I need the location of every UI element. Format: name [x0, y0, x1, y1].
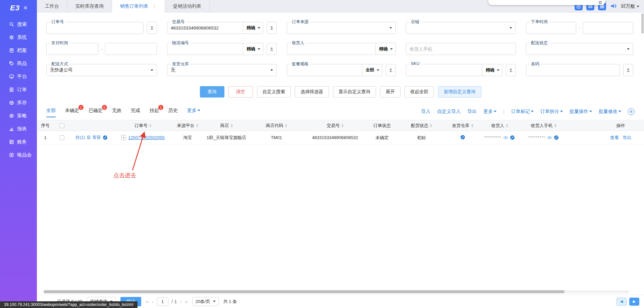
pay-time-end-input[interactable] — [105, 43, 157, 55]
blocked-icon[interactable] — [510, 135, 515, 140]
status-tab-history[interactable]: 历史 — [168, 108, 178, 117]
sort-icon[interactable] — [341, 124, 343, 127]
sidebar-item-goods[interactable]: 商品 — [0, 57, 37, 70]
collapse-all-button[interactable]: 收起全部 — [405, 86, 434, 98]
custom-search-button[interactable]: 自定义搜索 — [257, 86, 291, 98]
tab-workbench[interactable]: 工作台 — [37, 0, 67, 13]
order-time-end-input[interactable] — [583, 22, 633, 34]
header-consignee[interactable]: 收货人 — [478, 120, 521, 131]
sort-icon[interactable] — [231, 124, 233, 127]
export-link[interactable]: 导出 — [467, 109, 477, 115]
status-tab-all[interactable]: 全部 — [46, 108, 56, 117]
sort-icon[interactable] — [554, 124, 556, 127]
header-warehouse[interactable]: 发货仓库 — [447, 120, 478, 131]
reveal-eye-icon[interactable] — [503, 135, 508, 140]
delivery-status-select[interactable]: 配送状态 — [526, 43, 633, 55]
tag-suspended[interactable]: 挂(1) — [75, 135, 85, 140]
sidebar-item-finance[interactable]: 账务 — [0, 135, 37, 148]
column-settings-icon[interactable] — [628, 108, 635, 115]
user-menu[interactable]: 邱万般 — [621, 3, 639, 9]
popup-circle-icon[interactable] — [599, 1, 602, 4]
current-page-input[interactable]: 1 — [157, 297, 168, 306]
delivery-method-select[interactable]: 配送方式 无快递公司 — [46, 64, 157, 76]
view-link[interactable]: 查看 — [610, 135, 619, 140]
sidebar-item-search[interactable]: 搜索 — [0, 18, 37, 31]
match-mode-select[interactable]: 全部 — [362, 64, 382, 76]
batch-edit-link[interactable]: 批量修改 — [599, 109, 621, 115]
sidebar-item-inventory[interactable]: 库存 — [0, 96, 37, 109]
vertical-scrollbar-thumb[interactable] — [641, 13, 644, 34]
first-page-button[interactable]: « — [146, 299, 149, 304]
match-mode-select[interactable]: 精确 — [375, 43, 395, 55]
upload-icon[interactable] — [386, 64, 396, 76]
show-custom-query-button[interactable]: 显示自定义查询 — [333, 86, 376, 98]
collapse-right-icon[interactable]: ▶ — [629, 298, 639, 306]
blocked-icon[interactable] — [460, 135, 465, 140]
prev-page-button[interactable]: ‹ — [152, 299, 154, 304]
new-custom-query-button[interactable]: 新增自定义查询 — [438, 86, 481, 98]
header-platform[interactable]: 来源平台 — [173, 120, 202, 131]
sidebar-item-order[interactable]: 订单 — [0, 83, 37, 96]
filter-picker-button[interactable]: 选择筛选器 — [295, 86, 329, 98]
consignee-phone-input[interactable] — [406, 43, 516, 55]
custom-import-link[interactable]: 自定义导入 — [437, 109, 461, 115]
menu-toggle-icon[interactable]: ≡ — [24, 5, 27, 11]
header-order-status[interactable]: 订单状态 — [368, 120, 396, 131]
sort-icon[interactable] — [285, 124, 287, 127]
sku-input[interactable] — [406, 64, 482, 76]
match-mode-select[interactable]: 精确 — [243, 22, 263, 34]
export-row-link[interactable]: 导出 — [623, 135, 631, 140]
order-split-link[interactable]: 订单拆分 — [540, 109, 563, 115]
sidebar-item-system[interactable]: 系统 — [0, 31, 37, 44]
volume-icon[interactable] — [610, 3, 617, 10]
header-shop[interactable]: 商店 — [202, 120, 251, 131]
status-tab-confirmed[interactable]: 已确定0 — [89, 108, 103, 117]
tab-sales-order-list[interactable]: 销售订单列表 ⋮ — [112, 0, 165, 13]
upload-icon[interactable] — [147, 22, 157, 34]
status-tab-more[interactable]: 更多 — [187, 108, 200, 117]
import-link[interactable]: 导入 — [421, 109, 430, 115]
status-tab-suspended[interactable]: 挂起1 — [150, 108, 159, 117]
upload-icon[interactable] — [506, 64, 516, 76]
shop-select[interactable]: 店铺 — [406, 22, 516, 34]
tab-realtime-stock[interactable]: 实时库存查询 — [67, 0, 112, 13]
sort-icon[interactable] — [506, 124, 508, 127]
order-source-select[interactable]: 订单来源 — [287, 22, 396, 34]
blocked-icon[interactable] — [554, 135, 559, 140]
expand-button[interactable]: 展开 — [380, 86, 400, 98]
batch-op-link[interactable]: 批量操作 — [570, 109, 592, 115]
order-number-link[interactable]: 125071502502055 — [128, 135, 164, 140]
more-link[interactable]: 更多 — [483, 109, 496, 115]
header-shop-code[interactable]: 商店代码 — [251, 120, 302, 131]
last-page-button[interactable]: » — [185, 299, 188, 304]
tag-customer-note[interactable]: 客留 — [93, 135, 101, 140]
horizontal-scrollbar-thumb[interactable] — [44, 290, 565, 293]
tab-promo-list[interactable]: 促销活动列表 — [165, 0, 210, 13]
match-mode-select[interactable]: 精确 — [482, 64, 502, 76]
sidebar-item-archive[interactable]: 档案 — [0, 44, 37, 57]
sidebar-item-platform[interactable]: 平台 — [0, 70, 37, 83]
sidebar-item-vip[interactable]: 唯品会 — [0, 148, 37, 162]
header-alloc-status[interactable]: 配货状态 — [396, 120, 447, 131]
sidebar-item-strategy[interactable]: 策略 — [0, 109, 37, 122]
sort-icon[interactable] — [471, 124, 473, 127]
sidebar-item-report[interactable]: 报表 — [0, 122, 37, 135]
tab-menu-icon[interactable]: ⋮ — [152, 4, 157, 9]
sort-icon[interactable] — [430, 124, 432, 127]
query-button[interactable]: 查询 — [200, 86, 224, 98]
header-trade-no[interactable]: 交易号 — [302, 120, 368, 131]
upload-icon[interactable] — [623, 64, 633, 76]
sort-icon[interactable] — [149, 124, 151, 127]
order-mark-link[interactable]: 订单标记 — [511, 109, 534, 115]
blocked-icon[interactable] — [103, 135, 108, 140]
clear-button[interactable]: 清空 — [228, 86, 253, 98]
status-tab-done[interactable]: 完成 — [131, 108, 140, 117]
header-order-no[interactable]: 订单号 — [113, 120, 173, 131]
sort-icon[interactable] — [196, 124, 198, 127]
match-mode-select[interactable]: 精确 — [243, 43, 263, 55]
warehouse-select[interactable]: 发货仓库 无 — [167, 64, 277, 76]
row-checkbox[interactable] — [60, 135, 64, 140]
reveal-eye-icon[interactable] — [547, 135, 552, 140]
upload-icon[interactable] — [267, 43, 277, 55]
upload-icon[interactable] — [267, 22, 277, 34]
